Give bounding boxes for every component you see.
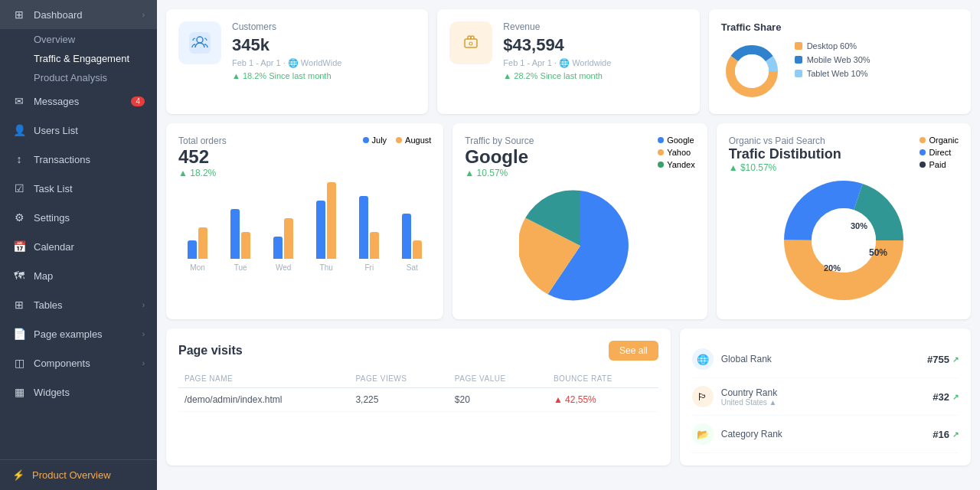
category-rank-item: 📂 Category Rank #16 ↗ [692, 416, 959, 453]
organic-paid-change: ▲ $10.57% [729, 162, 841, 173]
sidebar-item-map[interactable]: 🗺 Map [0, 261, 157, 290]
sidebar-item-users[interactable]: 👤 Users List [0, 116, 157, 145]
transactions-icon: ↕ [12, 152, 26, 166]
country-rank-label: Country Rank [721, 387, 933, 398]
sidebar-item-components[interactable]: ◫ Components › [0, 348, 157, 377]
chevron-right-tables-icon: › [142, 301, 145, 309]
bar-august-wed [284, 218, 293, 259]
col-page-value: PAGE VALUE [449, 370, 547, 388]
bar-label-thu: Thu [320, 263, 333, 272]
page-visits-card: Page visits See all PAGE NAME PAGE VIEWS… [166, 328, 671, 466]
sidebar-label-settings: Settings [34, 212, 145, 224]
sidebar-item-product-analysis[interactable]: Product Analysis [0, 67, 157, 87]
sidebar-item-dashboard[interactable]: ⊞ Dashboard › [0, 0, 157, 29]
mobile-dot [795, 56, 802, 64]
sidebar-label-transactions: Transactions [34, 154, 145, 165]
revenue-icon [449, 21, 492, 64]
desktop-dot [795, 42, 802, 50]
total-orders-card: Total orders 452 ▲ 18.2% July August [166, 123, 443, 319]
customers-label: Customers [232, 21, 416, 32]
legend-yahoo: Yahoo [658, 148, 695, 157]
country-rank-item: 🏳 Country Rank United States ▲ #32 ↗ [692, 378, 959, 416]
sidebar-label-tables: Tables [34, 299, 135, 311]
legend-tablet: Tablet Web 10% [795, 69, 959, 78]
global-rank-value: #755 ↗ [927, 354, 959, 365]
bar-july-tue [230, 209, 240, 259]
revenue-value: $43,594 [503, 35, 687, 55]
category-rank-icon: 📂 [692, 423, 714, 445]
bar-august-sat [413, 240, 422, 259]
legend-july: July [363, 136, 387, 145]
pie-chart [465, 185, 694, 307]
sidebar-label-widgets: Widgets [34, 387, 145, 398]
traffic-share-card: Traffic Share [709, 9, 971, 114]
rankings-card: 🌐 Global Rank #755 ↗ 🏳 Country Rank Unit… [680, 328, 971, 466]
global-rank-item: 🌐 Global Rank #755 ↗ [692, 341, 959, 378]
chevron-right-pages-icon: › [142, 330, 145, 338]
bar-august-fri [370, 232, 379, 259]
sidebar-item-widgets[interactable]: ▦ Widgets [0, 377, 157, 407]
orders-legend: July August [363, 136, 432, 145]
legend-organic: Organic [920, 136, 959, 145]
sidebar-item-page-examples[interactable]: 📄 Page examples › [0, 319, 157, 348]
bounce-rate-cell: ▲ 42,55% [547, 388, 658, 412]
category-trend-icon: ↗ [952, 430, 959, 439]
bottom-row: Page visits See all PAGE NAME PAGE VIEWS… [166, 328, 971, 466]
sidebar-item-transactions[interactable]: ↕ Transactions [0, 145, 157, 174]
sidebar-item-settings[interactable]: ⚙ Settings [0, 203, 157, 232]
bar-group-mon: Mon [178, 175, 217, 272]
sidebar-item-tables[interactable]: ⊞ Tables › [0, 290, 157, 319]
main-content: Customers 345k Feb 1 - Apr 1 · 🌐 WorldWi… [157, 0, 980, 490]
calendar-icon: 📅 [12, 240, 26, 253]
dashboard-icon: ⊞ [12, 8, 26, 21]
stats-row: Customers 345k Feb 1 - Apr 1 · 🌐 WorldWi… [166, 9, 971, 114]
customers-date: Feb 1 - Apr 1 · 🌐 WorldWide [232, 58, 416, 68]
bar-july-mon [188, 240, 197, 259]
sidebar-label-page-examples: Page examples [34, 328, 135, 340]
organic-paid-legend: Organic Direct Paid [920, 136, 959, 169]
svg-text:20%: 20% [824, 263, 841, 273]
chevron-right-icon: › [142, 11, 145, 19]
see-all-button[interactable]: See all [609, 341, 658, 361]
bar-group-wed: Wed [264, 175, 302, 272]
bar-august-mon [198, 227, 207, 259]
page-visits-table: PAGE NAME PAGE VIEWS PAGE VALUE BOUNCE R… [178, 370, 658, 412]
messages-icon: ✉ [12, 94, 26, 108]
sidebar-item-product-overview[interactable]: ⚡ Product Overview [0, 460, 157, 490]
revenue-change: ▲ 28.2% Since last month [503, 71, 687, 80]
sidebar-label-users: Users List [34, 125, 145, 136]
revenue-info: Revenue $43,594 Feb 1 - Apr 1 · 🌐 Worldw… [503, 21, 687, 80]
category-rank-info: Category Rank [721, 429, 933, 439]
svg-rect-2 [460, 32, 482, 54]
revenue-label: Revenue [503, 21, 687, 32]
traffic-share-donut [721, 41, 782, 102]
revenue-card: Revenue $43,594 Feb 1 - Apr 1 · 🌐 Worldw… [437, 9, 699, 114]
country-rank-icon: 🏳 [692, 386, 714, 407]
legend-direct: Direct [920, 148, 959, 157]
global-rank-info: Global Rank [721, 354, 927, 364]
bar-label-tue: Tue [234, 263, 247, 272]
table-row: /demo/admin/index.html 3,225 $20 ▲ 42,55… [178, 388, 658, 412]
organic-paid-title: Organic vs Paid Search [729, 136, 841, 146]
sidebar-item-messages[interactable]: ✉ Messages 4 [0, 87, 157, 116]
july-dot [363, 137, 369, 143]
svg-point-8 [735, 54, 769, 88]
category-rank-label: Category Rank [721, 429, 933, 439]
sidebar-item-tasklist[interactable]: ☑ Task List [0, 174, 157, 203]
organic-paid-subtitle: Trafic Distibution [729, 146, 841, 162]
widgets-icon: ▦ [12, 385, 26, 399]
tablet-dot [795, 70, 802, 77]
global-rank-label: Global Rank [721, 354, 927, 364]
sidebar-item-overview[interactable]: Overview [0, 29, 157, 48]
country-rank-value: #32 ↗ [933, 391, 959, 403]
sidebar-label-map: Map [34, 270, 145, 282]
sidebar-item-calendar[interactable]: 📅 Calendar [0, 232, 157, 261]
bar-july-fri [359, 196, 368, 259]
legend-google: Google [658, 136, 695, 145]
svg-text:50%: 50% [869, 247, 887, 258]
product-overview-label: Product Overview [32, 469, 111, 481]
customers-info: Customers 345k Feb 1 - Apr 1 · 🌐 WorldWi… [232, 21, 416, 80]
sidebar-item-traffic[interactable]: Traffic & Engagement [0, 48, 157, 67]
legend-desktop: Desktop 60% [795, 41, 959, 51]
sidebar-label-messages: Messages [34, 96, 123, 107]
